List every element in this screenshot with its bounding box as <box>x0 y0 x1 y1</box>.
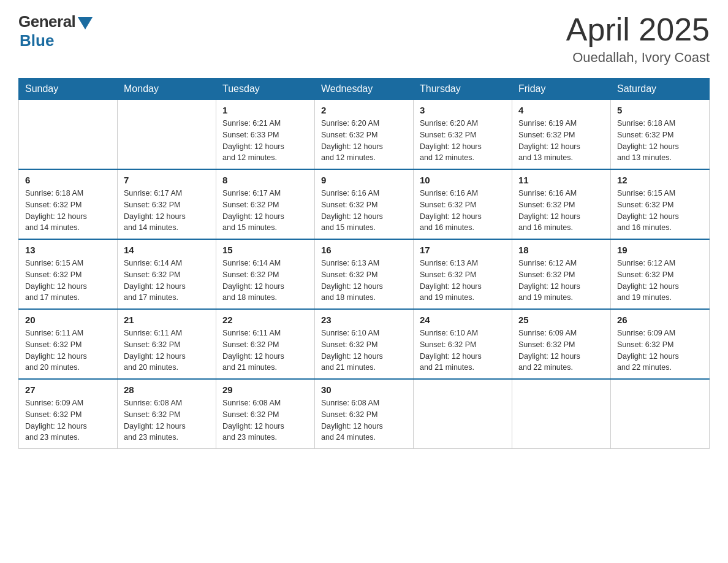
day-info: Sunrise: 6:12 AM Sunset: 6:32 PM Dayligh… <box>518 258 604 304</box>
day-info: Sunrise: 6:18 AM Sunset: 6:32 PM Dayligh… <box>617 118 703 164</box>
calendar-cell: 24Sunrise: 6:10 AM Sunset: 6:32 PM Dayli… <box>414 309 512 379</box>
day-info: Sunrise: 6:14 AM Sunset: 6:32 PM Dayligh… <box>124 258 210 304</box>
day-info: Sunrise: 6:11 AM Sunset: 6:32 PM Dayligh… <box>124 327 210 373</box>
day-info: Sunrise: 6:17 AM Sunset: 6:32 PM Dayligh… <box>124 188 210 234</box>
calendar-cell: 29Sunrise: 6:08 AM Sunset: 6:32 PM Dayli… <box>216 379 315 449</box>
page-header: General Blue April 2025 Ouedallah, Ivory… <box>18 12 710 66</box>
day-of-week-header: Tuesday <box>216 79 315 100</box>
day-of-week-header: Friday <box>512 79 611 100</box>
day-info: Sunrise: 6:11 AM Sunset: 6:32 PM Dayligh… <box>222 327 308 373</box>
location-subtitle: Ouedallah, Ivory Coast <box>566 50 710 66</box>
calendar-cell: 9Sunrise: 6:16 AM Sunset: 6:32 PM Daylig… <box>315 169 414 239</box>
day-info: Sunrise: 6:16 AM Sunset: 6:32 PM Dayligh… <box>420 188 506 234</box>
calendar-cell: 23Sunrise: 6:10 AM Sunset: 6:32 PM Dayli… <box>315 309 414 379</box>
day-info: Sunrise: 6:16 AM Sunset: 6:32 PM Dayligh… <box>518 188 604 234</box>
calendar-cell: 4Sunrise: 6:19 AM Sunset: 6:32 PM Daylig… <box>512 100 611 170</box>
calendar-cell: 18Sunrise: 6:12 AM Sunset: 6:32 PM Dayli… <box>512 239 611 309</box>
day-info: Sunrise: 6:11 AM Sunset: 6:32 PM Dayligh… <box>25 327 111 373</box>
calendar-week-row: 1Sunrise: 6:21 AM Sunset: 6:33 PM Daylig… <box>19 100 710 170</box>
calendar-cell: 2Sunrise: 6:20 AM Sunset: 6:32 PM Daylig… <box>315 100 414 170</box>
calendar-week-row: 20Sunrise: 6:11 AM Sunset: 6:32 PM Dayli… <box>19 309 710 379</box>
day-number: 22 <box>222 315 308 325</box>
calendar-week-row: 13Sunrise: 6:15 AM Sunset: 6:32 PM Dayli… <box>19 239 710 309</box>
day-of-week-header: Sunday <box>19 79 118 100</box>
calendar-cell: 16Sunrise: 6:13 AM Sunset: 6:32 PM Dayli… <box>315 239 414 309</box>
day-info: Sunrise: 6:15 AM Sunset: 6:32 PM Dayligh… <box>617 188 703 234</box>
calendar-cell: 28Sunrise: 6:08 AM Sunset: 6:32 PM Dayli… <box>118 379 216 449</box>
calendar-cell <box>512 379 611 449</box>
day-info: Sunrise: 6:09 AM Sunset: 6:32 PM Dayligh… <box>617 327 703 373</box>
calendar-cell: 27Sunrise: 6:09 AM Sunset: 6:32 PM Dayli… <box>19 379 118 449</box>
day-info: Sunrise: 6:16 AM Sunset: 6:32 PM Dayligh… <box>321 188 407 234</box>
calendar-cell: 6Sunrise: 6:18 AM Sunset: 6:32 PM Daylig… <box>19 169 118 239</box>
calendar-cell: 21Sunrise: 6:11 AM Sunset: 6:32 PM Dayli… <box>118 309 216 379</box>
calendar-week-row: 27Sunrise: 6:09 AM Sunset: 6:32 PM Dayli… <box>19 379 710 449</box>
day-number: 2 <box>321 105 407 115</box>
calendar-cell: 22Sunrise: 6:11 AM Sunset: 6:32 PM Dayli… <box>216 309 315 379</box>
day-info: Sunrise: 6:20 AM Sunset: 6:32 PM Dayligh… <box>321 118 407 164</box>
day-number: 18 <box>518 245 604 255</box>
calendar-cell: 13Sunrise: 6:15 AM Sunset: 6:32 PM Dayli… <box>19 239 118 309</box>
calendar-cell: 8Sunrise: 6:17 AM Sunset: 6:32 PM Daylig… <box>216 169 315 239</box>
logo-general-text: General <box>18 12 75 31</box>
day-info: Sunrise: 6:17 AM Sunset: 6:32 PM Dayligh… <box>222 188 308 234</box>
day-number: 19 <box>617 245 703 255</box>
day-info: Sunrise: 6:14 AM Sunset: 6:32 PM Dayligh… <box>222 258 308 304</box>
calendar-cell: 7Sunrise: 6:17 AM Sunset: 6:32 PM Daylig… <box>118 169 216 239</box>
logo-triangle-icon <box>78 17 93 29</box>
day-number: 30 <box>321 385 407 395</box>
day-of-week-header: Thursday <box>414 79 512 100</box>
day-of-week-header: Wednesday <box>315 79 414 100</box>
day-number: 23 <box>321 315 407 325</box>
day-info: Sunrise: 6:19 AM Sunset: 6:32 PM Dayligh… <box>518 118 604 164</box>
day-number: 24 <box>420 315 506 325</box>
calendar-cell: 14Sunrise: 6:14 AM Sunset: 6:32 PM Dayli… <box>118 239 216 309</box>
day-number: 10 <box>420 175 506 185</box>
day-info: Sunrise: 6:08 AM Sunset: 6:32 PM Dayligh… <box>222 397 308 443</box>
calendar-cell <box>118 100 216 170</box>
calendar-cell: 20Sunrise: 6:11 AM Sunset: 6:32 PM Dayli… <box>19 309 118 379</box>
logo: General Blue <box>18 12 93 50</box>
calendar-header-row: SundayMondayTuesdayWednesdayThursdayFrid… <box>19 79 710 100</box>
calendar-cell <box>611 379 710 449</box>
calendar-cell: 1Sunrise: 6:21 AM Sunset: 6:33 PM Daylig… <box>216 100 315 170</box>
calendar-cell: 11Sunrise: 6:16 AM Sunset: 6:32 PM Dayli… <box>512 169 611 239</box>
day-number: 28 <box>124 385 210 395</box>
calendar-cell <box>414 379 512 449</box>
calendar-cell: 25Sunrise: 6:09 AM Sunset: 6:32 PM Dayli… <box>512 309 611 379</box>
day-info: Sunrise: 6:10 AM Sunset: 6:32 PM Dayligh… <box>420 327 506 373</box>
day-info: Sunrise: 6:08 AM Sunset: 6:32 PM Dayligh… <box>124 397 210 443</box>
calendar-cell: 15Sunrise: 6:14 AM Sunset: 6:32 PM Dayli… <box>216 239 315 309</box>
day-number: 1 <box>222 105 308 115</box>
day-info: Sunrise: 6:13 AM Sunset: 6:32 PM Dayligh… <box>420 258 506 304</box>
day-number: 16 <box>321 245 407 255</box>
calendar-table: SundayMondayTuesdayWednesdayThursdayFrid… <box>18 78 710 449</box>
calendar-cell: 12Sunrise: 6:15 AM Sunset: 6:32 PM Dayli… <box>611 169 710 239</box>
day-number: 13 <box>25 245 111 255</box>
logo-blue-text: Blue <box>20 31 54 50</box>
day-number: 21 <box>124 315 210 325</box>
day-info: Sunrise: 6:20 AM Sunset: 6:32 PM Dayligh… <box>420 118 506 164</box>
day-number: 29 <box>222 385 308 395</box>
day-number: 26 <box>617 315 703 325</box>
day-info: Sunrise: 6:21 AM Sunset: 6:33 PM Dayligh… <box>222 118 308 164</box>
day-info: Sunrise: 6:15 AM Sunset: 6:32 PM Dayligh… <box>25 258 111 304</box>
title-area: April 2025 Ouedallah, Ivory Coast <box>566 12 710 66</box>
day-number: 14 <box>124 245 210 255</box>
calendar-cell: 30Sunrise: 6:08 AM Sunset: 6:32 PM Dayli… <box>315 379 414 449</box>
calendar-cell: 3Sunrise: 6:20 AM Sunset: 6:32 PM Daylig… <box>414 100 512 170</box>
calendar-cell <box>19 100 118 170</box>
day-number: 5 <box>617 105 703 115</box>
day-number: 17 <box>420 245 506 255</box>
calendar-cell: 10Sunrise: 6:16 AM Sunset: 6:32 PM Dayli… <box>414 169 512 239</box>
calendar-cell: 26Sunrise: 6:09 AM Sunset: 6:32 PM Dayli… <box>611 309 710 379</box>
day-info: Sunrise: 6:10 AM Sunset: 6:32 PM Dayligh… <box>321 327 407 373</box>
calendar-cell: 19Sunrise: 6:12 AM Sunset: 6:32 PM Dayli… <box>611 239 710 309</box>
day-number: 20 <box>25 315 111 325</box>
day-number: 7 <box>124 175 210 185</box>
day-number: 11 <box>518 175 604 185</box>
day-info: Sunrise: 6:12 AM Sunset: 6:32 PM Dayligh… <box>617 258 703 304</box>
day-of-week-header: Monday <box>118 79 216 100</box>
day-number: 27 <box>25 385 111 395</box>
day-info: Sunrise: 6:08 AM Sunset: 6:32 PM Dayligh… <box>321 397 407 443</box>
